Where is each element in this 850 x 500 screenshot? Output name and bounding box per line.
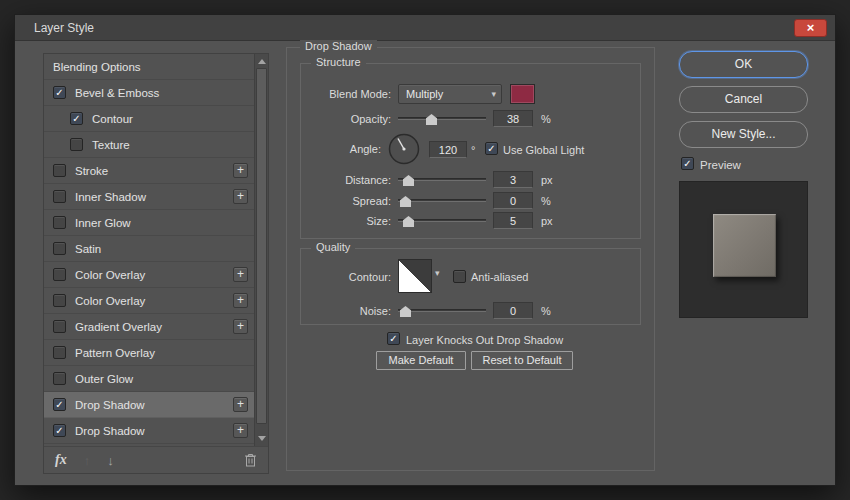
make-default-button[interactable]: Make Default: [376, 351, 466, 370]
angle-unit: °: [471, 144, 475, 156]
style-item-label: Color Overlay: [75, 295, 145, 307]
style-enabled-checkbox[interactable]: [53, 372, 66, 385]
style-item-stroke[interactable]: Stroke+: [44, 158, 254, 184]
style-enabled-checkbox[interactable]: [53, 294, 66, 307]
style-item-label: Contour: [92, 113, 133, 125]
distance-input[interactable]: [493, 171, 533, 188]
contour-picker[interactable]: [398, 259, 432, 293]
close-icon: ×: [807, 20, 815, 35]
styles-panel: Blending Options✓Bevel & Emboss✓ContourT…: [43, 53, 269, 474]
add-effect-button[interactable]: +: [233, 397, 248, 412]
style-item-label: Texture: [92, 139, 130, 151]
style-item-drop-shadow[interactable]: ✓Drop Shadow+: [44, 418, 254, 444]
contour-chevron-icon[interactable]: ▾: [435, 268, 440, 278]
styles-list: Blending Options✓Bevel & Emboss✓ContourT…: [44, 54, 254, 446]
close-button[interactable]: ×: [794, 19, 827, 37]
spread-unit: %: [541, 195, 551, 207]
distance-slider[interactable]: [398, 174, 486, 186]
use-global-light-checkbox[interactable]: ✓: [485, 142, 498, 155]
spread-input[interactable]: [493, 192, 533, 209]
size-input[interactable]: [493, 212, 533, 229]
titlebar[interactable]: Layer Style ×: [15, 15, 835, 41]
preview-layer-square: [713, 214, 776, 277]
noise-slider[interactable]: [398, 305, 486, 317]
layer-style-dialog: Layer Style × Blending Options✓Bevel & E…: [14, 14, 836, 486]
angle-input[interactable]: [429, 141, 467, 158]
style-item-inner-glow[interactable]: Inner Glow: [44, 210, 254, 236]
fx-icon[interactable]: fx: [55, 452, 67, 468]
shadow-color-swatch[interactable]: [510, 84, 535, 104]
add-effect-button[interactable]: +: [233, 319, 248, 334]
style-item-label: Gradient Overlay: [75, 321, 162, 333]
check-icon: ✓: [72, 114, 80, 124]
opacity-slider[interactable]: [398, 113, 486, 125]
style-item-color-overlay[interactable]: Color Overlay+: [44, 288, 254, 314]
style-item-outer-glow[interactable]: Outer Glow: [44, 366, 254, 392]
style-enabled-checkbox[interactable]: ✓: [53, 424, 66, 437]
noise-unit: %: [541, 305, 551, 317]
layer-knockout-checkbox[interactable]: ✓: [387, 332, 400, 345]
add-effect-button[interactable]: +: [233, 293, 248, 308]
add-effect-button[interactable]: +: [233, 267, 248, 282]
add-effect-button[interactable]: +: [233, 163, 248, 178]
style-enabled-checkbox[interactable]: [53, 190, 66, 203]
style-enabled-checkbox[interactable]: ✓: [53, 398, 66, 411]
scrollbar-thumb[interactable]: [256, 68, 267, 424]
cancel-button[interactable]: Cancel: [679, 86, 808, 113]
reset-default-button[interactable]: Reset to Default: [471, 351, 573, 370]
opacity-input[interactable]: [493, 110, 533, 127]
slider-track: [398, 309, 486, 312]
style-item-gradient-overlay[interactable]: Gradient Overlay+: [44, 314, 254, 340]
style-item-pattern-overlay[interactable]: Pattern Overlay: [44, 340, 254, 366]
size-slider[interactable]: [398, 215, 486, 227]
move-up-button[interactable]: ↑: [84, 453, 91, 468]
style-item-blending-options[interactable]: Blending Options: [44, 54, 254, 80]
ok-button[interactable]: OK: [679, 51, 808, 78]
scroll-down-button[interactable]: [255, 432, 268, 445]
quality-group: Quality Contour: ▾ ✓ Anti-aliased Noise:…: [300, 248, 641, 325]
slider-thumb[interactable]: [426, 114, 437, 125]
angle-dial[interactable]: [387, 132, 421, 170]
style-item-color-overlay[interactable]: Color Overlay+: [44, 262, 254, 288]
style-item-bevel-emboss[interactable]: ✓Bevel & Emboss: [44, 80, 254, 106]
spread-slider[interactable]: [398, 195, 486, 207]
size-label: Size:: [301, 215, 391, 227]
preview-thumbnail: [679, 181, 808, 318]
noise-input[interactable]: [493, 302, 533, 319]
add-effect-button[interactable]: +: [233, 189, 248, 204]
new-style-button[interactable]: New Style...: [679, 121, 808, 148]
style-item-satin[interactable]: Satin: [44, 236, 254, 262]
preview-label: Preview: [700, 159, 741, 171]
slider-thumb[interactable]: [400, 196, 411, 207]
style-enabled-checkbox[interactable]: [53, 346, 66, 359]
slider-thumb[interactable]: [400, 306, 411, 317]
style-item-texture[interactable]: Texture: [44, 132, 254, 158]
style-enabled-checkbox[interactable]: [53, 268, 66, 281]
styles-scrollbar[interactable]: [254, 54, 268, 446]
preview-checkbox[interactable]: ✓: [681, 157, 694, 170]
style-item-label: Satin: [75, 243, 101, 255]
slider-thumb[interactable]: [403, 216, 414, 227]
style-item-contour[interactable]: ✓Contour: [44, 106, 254, 132]
style-enabled-checkbox[interactable]: ✓: [53, 86, 66, 99]
chevron-down-icon: ▾: [491, 85, 496, 104]
style-enabled-checkbox[interactable]: [53, 216, 66, 229]
style-enabled-checkbox[interactable]: ✓: [70, 112, 83, 125]
blend-mode-label: Blend Mode:: [301, 88, 391, 100]
style-item-inner-shadow[interactable]: Inner Shadow+: [44, 184, 254, 210]
check-icon: ✓: [683, 159, 691, 169]
blend-mode-value: Multiply: [406, 88, 443, 100]
style-enabled-checkbox[interactable]: [53, 164, 66, 177]
slider-thumb[interactable]: [403, 175, 414, 186]
add-effect-button[interactable]: +: [233, 423, 248, 438]
style-item-label: Bevel & Emboss: [75, 87, 159, 99]
scroll-up-button[interactable]: [255, 55, 268, 68]
style-item-drop-shadow[interactable]: ✓Drop Shadow+: [44, 392, 254, 418]
style-enabled-checkbox[interactable]: [53, 320, 66, 333]
style-enabled-checkbox[interactable]: [70, 138, 83, 151]
move-down-button[interactable]: ↓: [107, 453, 114, 468]
blend-mode-dropdown[interactable]: Multiply ▾: [398, 84, 502, 104]
style-enabled-checkbox[interactable]: [53, 242, 66, 255]
anti-aliased-checkbox[interactable]: ✓: [453, 270, 466, 283]
delete-effect-button[interactable]: [244, 453, 257, 467]
